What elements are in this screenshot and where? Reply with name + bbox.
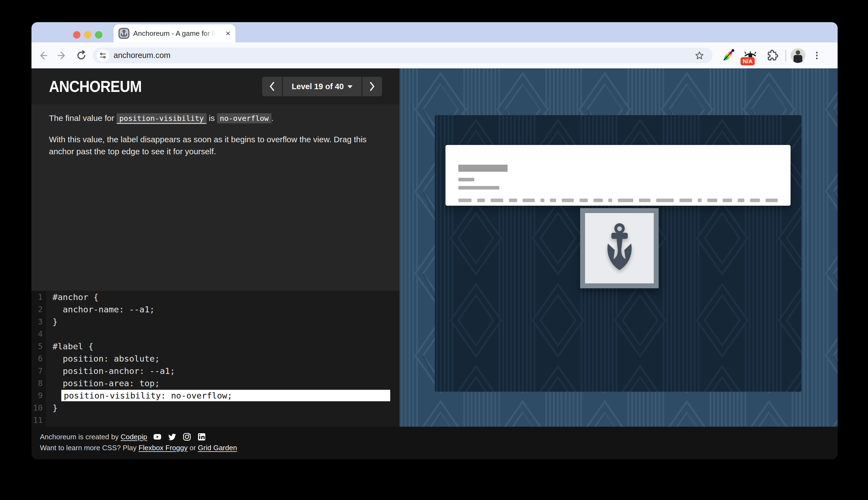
- level-select-dropdown[interactable]: Level 19 of 40: [283, 77, 361, 96]
- anchor-element[interactable]: [580, 208, 659, 288]
- skeleton-dash: [509, 198, 517, 202]
- skeleton-dash: [738, 198, 744, 202]
- code-line: 8 position-area: top;: [32, 377, 399, 389]
- skeleton-dash: [477, 198, 485, 202]
- chevron-down-icon: [348, 86, 352, 88]
- browser-tab[interactable]: Anchoreum - A game for learn ×: [114, 24, 235, 42]
- code-line: 7 position-anchor: --a1;: [32, 365, 399, 377]
- minimize-window-button[interactable]: [84, 31, 91, 38]
- anchoreum-logo: ANCHOREUM: [49, 77, 142, 95]
- close-window-button[interactable]: [73, 31, 80, 38]
- level-instructions: The final value for position-visibility …: [49, 112, 383, 158]
- footer-learn-text: Want to learn more CSS? Play Flexbox Fro…: [40, 444, 237, 452]
- level-label: Level 19 of 40: [292, 82, 344, 91]
- anchor-tile: [585, 213, 654, 283]
- skeleton-dashed-line: [458, 198, 778, 202]
- instruction-paragraph-1: The final value for position-visibility …: [49, 112, 383, 124]
- extension-badge: N/A: [741, 57, 755, 65]
- game-viewport: [399, 68, 838, 427]
- next-level-button[interactable]: [362, 77, 382, 96]
- profile-avatar[interactable]: [791, 48, 805, 63]
- skeleton-heading: [458, 164, 508, 172]
- skeleton-line-medium: [458, 186, 499, 190]
- skeleton-dash: [723, 198, 732, 202]
- skeleton-line-short: [458, 178, 474, 181]
- bookmark-star-icon[interactable]: [692, 48, 707, 63]
- line-number: 5: [32, 342, 46, 351]
- line-number: 4: [32, 329, 46, 339]
- skeleton-dash: [491, 198, 503, 202]
- code-line: 1#anchor {: [32, 291, 399, 303]
- back-button[interactable]: [35, 48, 50, 63]
- browser-window: Anchoreum - A game for learn × +: [32, 22, 838, 459]
- line-number: 3: [32, 317, 46, 326]
- code-line: 4: [32, 328, 399, 340]
- code-line: 6 position: absolute;: [32, 352, 399, 365]
- address-bar[interactable]: anchoreum.com: [93, 48, 712, 63]
- twitter-icon[interactable]: [168, 433, 176, 441]
- css-code-text: anchor-name: --a1;: [46, 305, 155, 314]
- browser-menu-kebab-icon[interactable]: [809, 48, 824, 63]
- toolbar-separator: [785, 49, 786, 61]
- code-line: 5#label {: [32, 340, 399, 352]
- forward-button[interactable]: [55, 48, 70, 63]
- line-number: 2: [32, 305, 46, 314]
- anchor-icon: [598, 223, 641, 274]
- instruction-paragraph-2: With this value, the label disappears as…: [49, 134, 383, 158]
- linkedin-icon[interactable]: [198, 433, 206, 441]
- tab-close-icon[interactable]: ×: [225, 29, 230, 37]
- skeleton-dash: [458, 198, 472, 202]
- code-term-position-visibility[interactable]: position-visibility: [116, 113, 206, 124]
- line-number: 7: [32, 366, 46, 376]
- page-footer: Anchoreum is created by Codepip Want to …: [32, 427, 838, 459]
- code-line: 2 anchor-name: --a1;: [32, 303, 399, 315]
- flexbox-froggy-link[interactable]: Flexbox Froggy: [138, 444, 188, 452]
- css-code-text: #label {: [46, 341, 93, 351]
- skeleton-dash: [579, 198, 588, 202]
- line-number: 8: [32, 378, 46, 388]
- skeleton-dash: [707, 198, 717, 202]
- code-input-line[interactable]: 9position-visibility: no-overflow;: [32, 389, 399, 401]
- line-number: 1: [32, 292, 46, 302]
- colorpicker-extension-icon[interactable]: [720, 47, 737, 64]
- zoom-window-button[interactable]: [95, 31, 102, 38]
- code-line: 3}: [32, 315, 399, 328]
- skeleton-dash: [562, 198, 574, 202]
- skeleton-dash: [679, 198, 692, 202]
- tab-strip: Anchoreum - A game for learn × +: [32, 22, 838, 42]
- codepip-link[interactable]: Codepip: [121, 433, 147, 441]
- avatar-figure: [796, 50, 800, 55]
- app-header: ANCHOREUM Level 19 of 40: [32, 68, 399, 104]
- code-term-no-overflow: no-overflow: [217, 113, 271, 123]
- extensions-puzzle-icon[interactable]: [764, 47, 781, 64]
- skeleton-dash: [750, 198, 760, 202]
- label-element: [446, 145, 791, 206]
- line-number: 9: [32, 391, 46, 400]
- skeleton-dash: [540, 198, 544, 202]
- skeleton-dash: [550, 198, 556, 202]
- css-code-text: position: absolute;: [46, 354, 160, 364]
- instagram-icon[interactable]: [183, 433, 191, 441]
- youtube-icon[interactable]: [153, 433, 161, 441]
- previous-level-button[interactable]: [262, 77, 282, 96]
- game-sidebar: ANCHOREUM Level 19 of 40 The fi: [32, 68, 399, 427]
- css-code-text: }: [46, 403, 58, 413]
- grid-garden-link[interactable]: Grid Garden: [198, 444, 237, 452]
- code-line: 11: [32, 414, 399, 426]
- css-code-text: #anchor {: [46, 292, 99, 302]
- footer-credit-text: Anchoreum is created by Codepip: [40, 433, 147, 441]
- skeleton-dash: [523, 198, 535, 202]
- css-code-editor: 1#anchor {2 anchor-name: --a1;3}45#label…: [32, 291, 399, 449]
- css-code-text: }: [46, 317, 58, 327]
- level-navigation: Level 19 of 40: [262, 77, 382, 96]
- url-text[interactable]: anchoreum.com: [114, 51, 170, 60]
- reload-button[interactable]: [74, 48, 89, 63]
- line-number: 6: [32, 354, 46, 363]
- skeleton-dash: [766, 198, 778, 202]
- skeleton-dash: [656, 198, 674, 202]
- css-input-field[interactable]: position-visibility: no-overflow;: [61, 390, 390, 401]
- na-extension-icon[interactable]: N/A: [742, 47, 759, 64]
- code-line: 10}: [32, 401, 399, 414]
- browser-toolbar: anchoreum.com: [32, 42, 838, 68]
- site-settings-icon[interactable]: [97, 49, 109, 62]
